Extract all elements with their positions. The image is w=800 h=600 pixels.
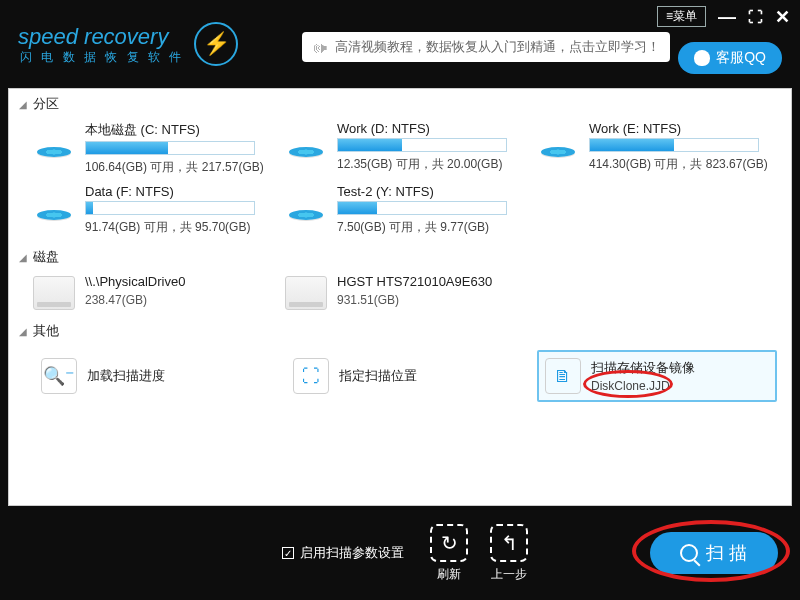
main-panel: ◢ 分区 本地磁盘 (C: NTFS)106.64(GB) 可用，共 217.5… xyxy=(8,88,792,506)
physical-disk-item[interactable]: \\.\PhysicalDrive0238.47(GB) xyxy=(33,274,273,310)
partition-name: Data (F: NTFS) xyxy=(85,184,273,199)
partition-desc: 12.35(GB) 可用，共 20.00(GB) xyxy=(337,156,525,173)
customer-service-qq-button[interactable]: 客服QQ xyxy=(678,42,782,74)
collapse-icon: ◢ xyxy=(19,326,27,337)
disk-icon xyxy=(33,186,75,222)
other-label: 指定扫描位置 xyxy=(339,367,417,385)
section-partitions-header[interactable]: ◢ 分区 xyxy=(9,89,791,119)
physical-disk-icon xyxy=(285,276,327,310)
refresh-button[interactable]: ↻ 刷新 xyxy=(430,524,468,583)
qq-icon xyxy=(694,50,710,66)
app-logo: speed recovery 闪 电 数 据 恢 复 软 件 ⚡ xyxy=(18,22,238,66)
physical-disk-icon xyxy=(33,276,75,310)
refresh-label: 刷新 xyxy=(437,566,461,583)
partition-name: Work (E: NTFS) xyxy=(589,121,777,136)
tutorial-text: 高清视频教程，数据恢复从入门到精通，点击立即学习！ xyxy=(335,38,660,56)
disk-icon xyxy=(285,123,327,159)
close-button[interactable]: ✕ xyxy=(775,8,790,26)
partition-item[interactable]: 本地磁盘 (C: NTFS)106.64(GB) 可用，共 217.57(GB) xyxy=(33,121,273,176)
partition-desc: 91.74(GB) 可用，共 95.70(GB) xyxy=(85,219,273,236)
disk-name: HGST HTS721010A9E630 xyxy=(337,274,525,289)
disk-icon xyxy=(33,123,75,159)
locate-icon: ⛶ xyxy=(293,358,329,394)
other-sub: DiskClone.JJD xyxy=(591,379,695,393)
other-label: 加载扫描进度 xyxy=(87,367,165,385)
partition-name: Test-2 (Y: NTFS) xyxy=(337,184,525,199)
usage-bar xyxy=(85,201,255,215)
checkbox-icon: ✓ xyxy=(282,547,294,559)
logo-title: speed recovery xyxy=(18,24,184,50)
load-scan-progress-item[interactable]: 🔍⁻ 加载扫描进度 xyxy=(33,350,273,402)
partition-name: Work (D: NTFS) xyxy=(337,121,525,136)
partition-desc: 106.64(GB) 可用，共 217.57(GB) xyxy=(85,159,273,176)
magnifier-icon xyxy=(680,544,698,562)
usage-bar xyxy=(85,141,255,155)
logo-subtitle: 闪 电 数 据 恢 复 软 件 xyxy=(20,50,184,64)
lightning-icon: ⚡ xyxy=(194,22,238,66)
back-button[interactable]: ↰ 上一步 xyxy=(490,524,528,583)
section-disks-header[interactable]: ◢ 磁盘 xyxy=(9,242,791,272)
maximize-button[interactable]: ⛶ xyxy=(748,9,763,24)
partition-item[interactable]: Test-2 (Y: NTFS)7.50(GB) 可用，共 9.77(GB) xyxy=(285,184,525,236)
back-icon: ↰ xyxy=(490,524,528,562)
physical-disk-item[interactable]: HGST HTS721010A9E630931.51(GB) xyxy=(285,274,525,310)
collapse-icon: ◢ xyxy=(19,99,27,110)
disk-size: 931.51(GB) xyxy=(337,293,525,307)
scan-label: 扫 描 xyxy=(706,541,747,565)
search-icon: 🔍⁻ xyxy=(41,358,77,394)
minimize-button[interactable]: — xyxy=(718,8,736,26)
partition-item[interactable]: Data (F: NTFS)91.74(GB) 可用，共 95.70(GB) xyxy=(33,184,273,236)
partition-item[interactable]: Work (E: NTFS)414.30(GB) 可用，共 823.67(GB) xyxy=(537,121,777,176)
disk-icon xyxy=(285,186,327,222)
enable-scan-params-checkbox[interactable]: ✓ 启用扫描参数设置 xyxy=(282,544,404,562)
specify-scan-location-item[interactable]: ⛶ 指定扫描位置 xyxy=(285,350,525,402)
partition-name: 本地磁盘 (C: NTFS) xyxy=(85,121,273,139)
usage-bar xyxy=(337,201,507,215)
tutorial-banner[interactable]: 🕪 高清视频教程，数据恢复从入门到精通，点击立即学习！ xyxy=(302,32,670,62)
usage-bar xyxy=(589,138,759,152)
disk-icon xyxy=(537,123,579,159)
menu-button[interactable]: ≡菜单 xyxy=(657,6,706,27)
other-label: 扫描存储设备镜像 xyxy=(591,359,695,377)
collapse-icon: ◢ xyxy=(19,252,27,263)
section-other-header[interactable]: ◢ 其他 xyxy=(9,316,791,346)
refresh-icon: ↻ xyxy=(430,524,468,562)
image-file-icon: 🗎 xyxy=(545,358,581,394)
section-partitions-title: 分区 xyxy=(33,95,59,113)
back-label: 上一步 xyxy=(491,566,527,583)
partition-desc: 414.30(GB) 可用，共 823.67(GB) xyxy=(589,156,777,173)
partition-desc: 7.50(GB) 可用，共 9.77(GB) xyxy=(337,219,525,236)
qq-label: 客服QQ xyxy=(716,49,766,67)
usage-bar xyxy=(337,138,507,152)
disk-size: 238.47(GB) xyxy=(85,293,273,307)
partition-item[interactable]: Work (D: NTFS)12.35(GB) 可用，共 20.00(GB) xyxy=(285,121,525,176)
scan-button[interactable]: 扫 描 xyxy=(650,532,778,574)
section-other-title: 其他 xyxy=(33,322,59,340)
checkbox-label: 启用扫描参数设置 xyxy=(300,544,404,562)
scan-device-image-item[interactable]: 🗎 扫描存储设备镜像 DiskClone.JJD xyxy=(537,350,777,402)
speaker-icon: 🕪 xyxy=(312,39,327,56)
section-disks-title: 磁盘 xyxy=(33,248,59,266)
disk-name: \\.\PhysicalDrive0 xyxy=(85,274,273,289)
